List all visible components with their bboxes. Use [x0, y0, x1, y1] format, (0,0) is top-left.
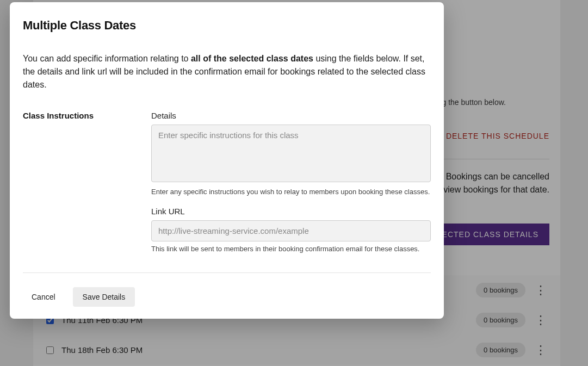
- details-textarea[interactable]: [151, 125, 431, 182]
- modal-divider: [23, 272, 431, 273]
- save-details-button[interactable]: Save Details: [73, 287, 135, 307]
- details-help: Enter any specific instructions you wish…: [151, 188, 431, 196]
- link-url-label: Link URL: [151, 207, 431, 216]
- link-url-input[interactable]: [151, 220, 431, 241]
- link-url-help: This link will be sent to members in the…: [151, 245, 431, 253]
- multiple-class-dates-modal: Multiple Class Dates You can add specifi…: [10, 2, 444, 319]
- modal-title: Multiple Class Dates: [23, 18, 431, 33]
- details-label: Details: [151, 111, 431, 120]
- modal-footer: Cancel Save Details: [23, 287, 431, 307]
- modal-intro: You can add specific information relatin…: [23, 52, 431, 91]
- section-heading: Class Instructions: [23, 111, 132, 253]
- cancel-button[interactable]: Cancel: [23, 287, 64, 307]
